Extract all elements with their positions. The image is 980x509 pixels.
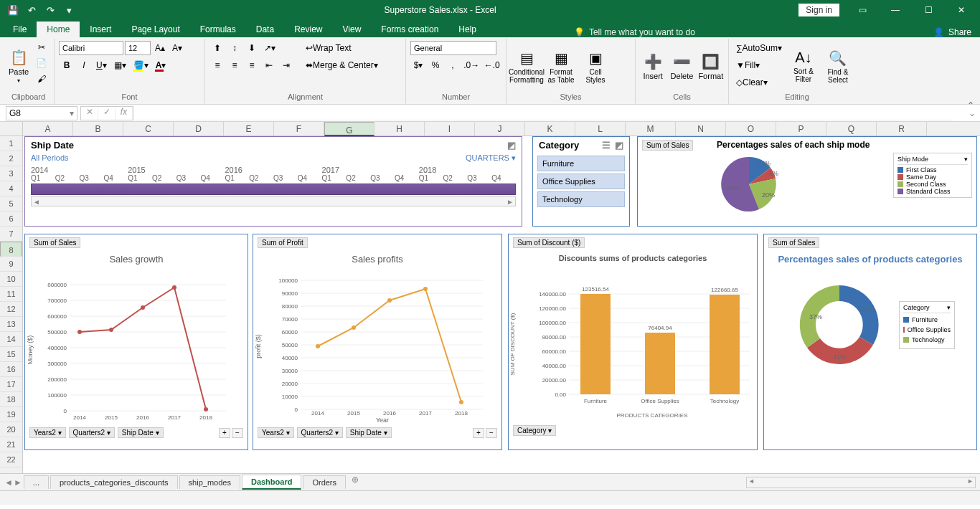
cancel-formula-icon[interactable]: ✕ [81, 107, 98, 120]
row-header[interactable]: 22 [0, 452, 22, 467]
copy-icon[interactable]: 📄 [33, 56, 50, 70]
horizontal-scrollbar[interactable] [746, 477, 976, 488]
italic-button[interactable]: I [76, 58, 92, 72]
align-middle-icon[interactable]: ↕ [227, 41, 242, 55]
wrap-text-button[interactable]: ↩ Wrap Text [303, 41, 354, 55]
tab-review[interactable]: Review [284, 22, 332, 37]
column-header[interactable]: L [575, 122, 626, 135]
cell-styles-button[interactable]: ▣Cell Styles [580, 40, 611, 92]
column-header[interactable]: A [23, 122, 73, 135]
timeline-scrollbar[interactable]: ◄► [31, 196, 516, 206]
delete-cells-button[interactable]: ➖Delete [669, 40, 694, 92]
row-header[interactable]: 2 [0, 151, 22, 166]
expand-icon[interactable]: + [219, 428, 230, 438]
column-header[interactable]: M [626, 122, 676, 135]
row-header[interactable]: 6 [0, 211, 22, 227]
increase-decimal-icon[interactable]: .0→ [462, 58, 481, 72]
row-header[interactable]: 9 [0, 257, 22, 272]
donut-category-chart[interactable]: Sum of Sales Percentages sales of produc… [763, 234, 977, 450]
align-right-icon[interactable]: ≡ [244, 58, 260, 72]
slicer-item[interactable]: Office Supplies [537, 173, 625, 189]
slicer-item[interactable]: Technology [537, 191, 625, 207]
border-button[interactable]: ▦▾ [111, 58, 129, 72]
column-header[interactable]: B [73, 122, 123, 135]
column-header[interactable]: D [174, 122, 224, 135]
column-header[interactable]: G [324, 122, 374, 136]
row-header[interactable]: 3 [0, 166, 22, 181]
maximize-icon[interactable]: ☐ [913, 0, 944, 20]
close-icon[interactable]: ✕ [946, 0, 977, 20]
sheet-cells[interactable]: Ship Date ◩ All Periods QUARTERS ▾ 20142… [23, 136, 980, 473]
insert-cells-button[interactable]: ➕Insert [640, 40, 666, 92]
filter-button[interactable]: Years2 ▾ [258, 427, 294, 438]
clear-filter-icon[interactable]: ◩ [615, 140, 623, 151]
format-painter-icon[interactable]: 🖌 [33, 72, 50, 86]
filter-button[interactable]: Quarters2 ▾ [69, 427, 115, 438]
column-header[interactable]: N [676, 122, 726, 135]
currency-icon[interactable]: $▾ [410, 58, 426, 72]
minimize-icon[interactable]: — [880, 0, 911, 20]
tab-formulas[interactable]: Formulas [190, 22, 246, 37]
row-header[interactable]: 17 [0, 377, 22, 392]
indent-inc-icon[interactable]: ⇥ [278, 58, 294, 72]
format-cells-button[interactable]: 🔲Format [698, 40, 724, 92]
row-header[interactable]: 5 [0, 196, 22, 211]
enter-formula-icon[interactable]: ✓ [98, 107, 116, 120]
tab-data[interactable]: Data [246, 22, 284, 37]
row-header[interactable]: 4 [0, 181, 22, 196]
slicer-item[interactable]: Furniture [537, 156, 625, 171]
pie-shipmode-chart[interactable]: Sum of Sales Percentages sales of each s… [637, 136, 977, 227]
select-all-cell[interactable] [0, 122, 23, 135]
sort-filter-button[interactable]: A↓Sort & Filter [788, 40, 819, 92]
row-header[interactable]: 21 [0, 437, 22, 452]
tab-page-layout[interactable]: Page Layout [121, 22, 189, 37]
row-header[interactable]: 20 [0, 422, 22, 437]
conditional-formatting-button[interactable]: ▤Conditional Formatting [511, 40, 542, 92]
formula-input[interactable] [133, 106, 954, 120]
row-header[interactable]: 16 [0, 362, 22, 377]
sheet-nav-first-icon[interactable]: ◄ [4, 477, 13, 487]
column-header[interactable]: H [374, 122, 425, 135]
row-header[interactable]: 7 [0, 227, 22, 242]
tab-home[interactable]: Home [37, 22, 80, 37]
font-select[interactable] [59, 41, 123, 55]
sheet-tab-active[interactable]: Dashboard [242, 475, 301, 490]
column-header[interactable]: K [525, 122, 575, 135]
orientation-icon[interactable]: ↗▾ [261, 41, 278, 55]
expand-icon[interactable]: + [473, 428, 484, 438]
filter-button[interactable]: Ship Date ▾ [346, 427, 392, 438]
row-header[interactable]: 10 [0, 272, 22, 287]
align-top-icon[interactable]: ⬆ [209, 41, 225, 55]
filter-button[interactable]: Category ▾ [513, 425, 556, 436]
row-header[interactable]: 11 [0, 287, 22, 302]
sheet-tab[interactable]: products_categories_discounts [50, 475, 178, 489]
filter-button[interactable]: Ship Date ▾ [118, 427, 164, 438]
sheet-tab[interactable]: Orders [303, 475, 346, 489]
row-header[interactable]: 18 [0, 392, 22, 407]
sheet-tab[interactable]: ... [24, 475, 49, 489]
tab-view[interactable]: View [333, 22, 372, 37]
tab-forms[interactable]: Forms creation [371, 22, 448, 37]
percent-icon[interactable]: % [428, 58, 443, 72]
fill-button[interactable]: ▼ Fill ▾ [733, 58, 763, 72]
undo-icon[interactable]: ↶ [23, 2, 40, 18]
decrease-font-icon[interactable]: A▾ [169, 41, 185, 55]
tell-me-input[interactable]: Tell me what you want to do [589, 27, 695, 37]
column-header[interactable]: E [224, 122, 274, 135]
fx-icon[interactable]: fx [116, 107, 133, 120]
indent-dec-icon[interactable]: ⇤ [261, 58, 277, 72]
row-header[interactable]: 12 [0, 302, 22, 317]
sheet-tab[interactable]: ship_modes [179, 475, 240, 489]
sales-growth-chart[interactable]: Sum of Sales Sales growth Money ($) 0100… [24, 234, 248, 450]
row-header[interactable]: 13 [0, 317, 22, 332]
increase-font-icon[interactable]: A▴ [152, 41, 168, 55]
cut-icon[interactable]: ✂ [33, 40, 50, 54]
comma-icon[interactable]: , [445, 58, 461, 72]
row-header[interactable]: 15 [0, 347, 22, 362]
column-header[interactable]: Q [826, 122, 877, 135]
multiselect-icon[interactable]: ☰ [602, 140, 611, 151]
decrease-decimal-icon[interactable]: ←.0 [483, 58, 502, 72]
row-header[interactable]: 14 [0, 332, 22, 347]
qat-dropdown-icon[interactable]: ▾ [60, 2, 77, 18]
align-left-icon[interactable]: ≡ [209, 58, 225, 72]
